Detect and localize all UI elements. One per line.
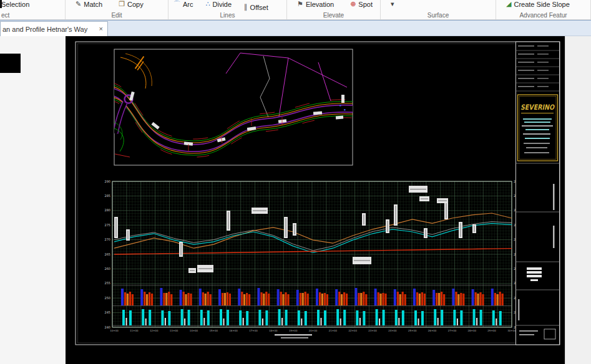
profile-bar (360, 293, 362, 305)
profile-bar (457, 318, 458, 325)
profile-bar (229, 294, 231, 305)
profile-bar (218, 289, 221, 305)
profile-bar (502, 294, 504, 305)
profile-bar (475, 292, 477, 305)
station-label: 12+00 (150, 329, 159, 332)
profile-bar (346, 294, 348, 305)
profile-bar (497, 294, 499, 305)
profile-bar (257, 288, 260, 305)
ribbon-button-label: Divide (213, 1, 232, 8)
profile-bar (223, 318, 225, 325)
profile-bar (185, 294, 187, 305)
profile-bar (305, 311, 307, 325)
profile-bar (265, 292, 267, 305)
ribbon-button-arc[interactable]: ⌒Arc (173, 1, 193, 8)
profile-bar (144, 292, 145, 305)
profile-bar (324, 293, 326, 305)
profile-bar (202, 292, 204, 305)
station-label: 27+00 (448, 329, 457, 332)
ribbon-button-label: Selection (1, 1, 29, 8)
profile-bar (168, 311, 170, 325)
ribbon-group-label: Edit (66, 12, 168, 19)
station-label: 16+00 (229, 329, 238, 332)
profile-bar (260, 292, 262, 305)
profile-bar (404, 294, 406, 305)
ribbon-button-copy[interactable]: ❐Copy (119, 1, 144, 8)
ribbon-group-label: Lines (169, 12, 286, 19)
profile-bar (263, 294, 265, 305)
profile-bar (316, 289, 318, 305)
profile-bar (379, 294, 381, 305)
profile-bar (180, 290, 182, 305)
divide-icon: ∴ (206, 1, 210, 7)
tabbar: an and Profile Hetnar's Way × (0, 20, 591, 36)
profile-bar (398, 318, 399, 325)
profile-bar (419, 294, 421, 305)
tab-close-icon[interactable]: × (99, 26, 103, 32)
profile-bar (496, 318, 497, 325)
elevation-tick-left: 285 (104, 194, 110, 198)
profile-bar (248, 294, 250, 305)
ribbon-button-selection[interactable]: Selection (1, 1, 29, 8)
profile-bar (453, 310, 456, 325)
station-label: 30+00 (507, 329, 516, 332)
profile-bar (227, 310, 229, 325)
profile-bar (356, 310, 358, 325)
elevation-tick-left: 275 (104, 223, 110, 227)
profile-bar (359, 318, 361, 325)
ribbon-button-match[interactable]: ✎Match (76, 1, 102, 8)
profile-bar (160, 288, 162, 305)
elevation-tick-left: 290 (104, 180, 110, 183)
profile-bar (460, 293, 462, 305)
station-label: 21+00 (329, 329, 338, 332)
drawing-canvas[interactable]: 2902902852852802802752752702702652652602… (66, 36, 565, 364)
drawing-tab[interactable]: an and Profile Hetnar's Way × (0, 21, 108, 36)
ribbon-button-item[interactable]: ▾ (391, 1, 394, 7)
profile-bar (300, 293, 301, 305)
ribbon-button-offset[interactable]: ∥Offset (244, 4, 268, 11)
profile-bar (336, 309, 339, 325)
profile-bar (145, 318, 147, 325)
ribbon-button-spot[interactable]: ⊕Spot (350, 1, 373, 8)
profile-bar (354, 288, 357, 305)
profile-bar (383, 310, 385, 325)
profile-bar (452, 289, 454, 305)
ribbon-button-create-side-slope[interactable]: ◢Create Side Slope (506, 1, 570, 8)
ribbon-button-label: Offset (250, 4, 268, 11)
profile-bar (421, 311, 424, 325)
profile-bar (203, 318, 205, 325)
ribbon: Selectionect✎Match❐CopyEdit⌒Arc∴Divide∥O… (0, 0, 591, 20)
profile-bar (268, 294, 270, 305)
ribbon-button-elevation[interactable]: ⚑Elevation (297, 1, 334, 8)
profile-bar (421, 292, 423, 305)
ribbon-group-surface: ▾Surface (381, 0, 496, 19)
profile-bar (161, 310, 164, 325)
profile-bar (132, 294, 134, 305)
profile-bar (207, 292, 209, 305)
ribbon-group-label: Elevate (287, 12, 380, 19)
profile-bar (200, 310, 203, 325)
profile-bar (416, 292, 418, 305)
company-name: SEVERINO (520, 103, 555, 112)
profile-bar (476, 318, 477, 325)
profile-bar (280, 292, 282, 305)
profile-bar (491, 289, 494, 305)
profile-bar (477, 294, 479, 305)
profile-bar (243, 318, 244, 325)
profile-bar (188, 310, 190, 325)
profile-bar (307, 294, 309, 305)
profile-bar (324, 310, 326, 325)
profile-bar (296, 290, 299, 305)
docked-panel-fragment (0, 54, 21, 73)
profile-station-labels: 10+0011+0012+0013+0014+0015+0016+0017+00… (110, 329, 516, 332)
profile-bar (224, 293, 226, 305)
profile-bar (395, 310, 398, 325)
station-label: 24+00 (388, 329, 397, 332)
profile-bar (170, 294, 172, 305)
profile-bar (205, 294, 207, 305)
station-label: 22+00 (348, 329, 357, 332)
profile-bar (462, 294, 464, 305)
profile-bar (129, 292, 131, 305)
profile-bar (278, 309, 281, 325)
ribbon-button-divide[interactable]: ∴Divide (206, 1, 232, 8)
